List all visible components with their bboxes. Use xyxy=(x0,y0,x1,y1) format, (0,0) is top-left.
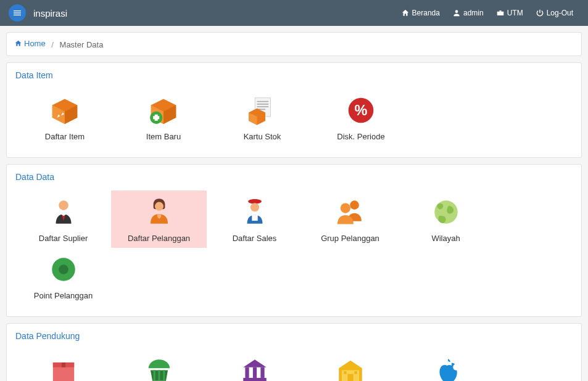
tile-daftar-item[interactable]: Daftar Item xyxy=(15,89,114,146)
power-icon xyxy=(536,9,544,17)
svg-rect-30 xyxy=(153,370,155,380)
hamburger-icon xyxy=(12,8,22,18)
nav-user[interactable]: admin xyxy=(446,9,490,17)
bank-icon xyxy=(210,354,299,381)
tile-label: Daftar Suplier xyxy=(19,234,107,243)
customer-icon xyxy=(115,195,203,229)
nav-logout-label: Log-Out xyxy=(547,9,573,17)
panel-data-data: Data Data Daftar Suplier Daftar Pelangga… xyxy=(6,164,582,317)
tile-daftar-suplier[interactable]: Daftar Suplier xyxy=(15,190,111,248)
svg-point-3 xyxy=(455,10,458,13)
svg-rect-8 xyxy=(153,116,159,119)
tile-wilayah[interactable]: Wilayah xyxy=(398,190,494,248)
group-icon xyxy=(306,195,394,229)
tile-label: Kartu Stok xyxy=(217,132,308,141)
tile-grup-pelanggan[interactable]: Grup Pelanggan xyxy=(302,190,398,248)
svg-rect-38 xyxy=(347,374,353,381)
nav-utm-label: UTM xyxy=(507,9,523,17)
home-icon xyxy=(14,39,22,47)
panel-title: Data Item xyxy=(15,70,573,80)
breadcrumb-home-label: Home xyxy=(24,39,46,48)
nav-logout[interactable]: Log-Out xyxy=(529,9,579,17)
svg-rect-36 xyxy=(243,378,267,381)
svg-rect-40 xyxy=(354,371,357,374)
business-person-icon xyxy=(19,195,107,229)
breadcrumb-home[interactable]: Home xyxy=(14,39,46,48)
tile-disk-periode[interactable]: % Disk. Periode xyxy=(312,89,410,146)
tile-label: Grup Pelanggan xyxy=(306,234,394,243)
svg-rect-2 xyxy=(14,15,21,15)
tile-data-gudang[interactable]: Data Gudang xyxy=(302,350,398,381)
svg-rect-5 xyxy=(499,10,502,12)
svg-rect-4 xyxy=(497,12,503,15)
panel-data-pendukung: Data Pendukung Data Satuan Data Jenis Da… xyxy=(6,323,582,381)
svg-point-16 xyxy=(59,200,68,210)
tile-label: Disk. Periode xyxy=(315,132,407,141)
svg-rect-1 xyxy=(14,12,21,13)
warehouse-icon xyxy=(306,354,394,381)
svg-text:%: % xyxy=(355,102,368,118)
svg-rect-10 xyxy=(257,101,269,102)
point-icon xyxy=(19,253,107,286)
home-icon xyxy=(401,9,410,17)
tile-point-pelanggan[interactable]: Point Pelanggan xyxy=(15,248,111,305)
svg-rect-35 xyxy=(260,367,264,378)
app-brand: inspirasi xyxy=(33,8,67,18)
breadcrumb-current: Master Data xyxy=(60,40,104,49)
tile-daftar-pelanggan[interactable]: Daftar Pelanggan xyxy=(111,190,207,248)
menu-button[interactable] xyxy=(9,4,26,22)
tile-daftar-sales[interactable]: Daftar Sales xyxy=(207,190,302,248)
tile-label: Point Pelanggan xyxy=(19,291,107,300)
tile-label: Daftar Sales xyxy=(210,234,299,243)
svg-rect-11 xyxy=(257,104,269,105)
percent-icon: % xyxy=(315,94,407,127)
tile-label: Wilayah xyxy=(402,234,490,243)
tile-data-jenis[interactable]: Data Jenis xyxy=(111,350,207,381)
svg-point-23 xyxy=(340,203,350,213)
svg-rect-29 xyxy=(61,363,65,367)
svg-point-22 xyxy=(350,200,359,210)
svg-rect-12 xyxy=(257,106,269,107)
nav-utm[interactable]: UTM xyxy=(490,9,529,17)
box-arrows-icon xyxy=(19,94,110,127)
svg-rect-31 xyxy=(158,370,160,380)
svg-rect-19 xyxy=(252,199,256,201)
svg-point-26 xyxy=(59,264,68,274)
nav-beranda[interactable]: Beranda xyxy=(395,9,446,17)
svg-rect-0 xyxy=(14,10,21,11)
svg-point-24 xyxy=(434,200,458,224)
svg-rect-39 xyxy=(344,371,347,374)
stock-card-icon xyxy=(217,94,308,127)
brand-apple-icon xyxy=(402,354,490,381)
tile-data-bank[interactable]: Data Bank xyxy=(207,350,302,381)
breadcrumb: Home / Master Data xyxy=(6,32,582,56)
svg-rect-33 xyxy=(245,367,249,378)
tile-data-satuan[interactable]: Data Satuan xyxy=(15,350,111,381)
panel-title: Data Pendukung xyxy=(15,331,573,341)
globe-icon xyxy=(402,195,490,229)
tile-data-merek[interactable]: Data Merek xyxy=(398,350,494,381)
sales-person-icon xyxy=(210,195,299,229)
breadcrumb-sep: / xyxy=(51,40,54,49)
tile-item-baru[interactable]: Item Baru xyxy=(114,89,213,146)
cupcake-icon xyxy=(115,354,203,381)
nav-beranda-label: Beranda xyxy=(412,9,440,17)
svg-point-20 xyxy=(250,203,259,211)
case-icon xyxy=(496,9,505,17)
panel-title: Data Data xyxy=(15,172,573,182)
tile-label: Item Baru xyxy=(118,132,209,141)
svg-point-17 xyxy=(154,202,163,211)
user-icon xyxy=(452,9,461,17)
box-plus-icon xyxy=(118,94,209,127)
tile-label: Daftar Item xyxy=(19,132,110,141)
unit-box-icon xyxy=(19,354,107,381)
tile-label: Daftar Pelanggan xyxy=(115,234,203,243)
svg-rect-32 xyxy=(163,370,165,380)
top-navbar: inspirasi Beranda admin UTM Log-Out xyxy=(0,0,588,26)
svg-rect-34 xyxy=(252,367,256,378)
panel-data-item: Data Item Daftar Item Item Baru Kartu St… xyxy=(6,62,582,158)
tile-kartu-stok[interactable]: Kartu Stok xyxy=(213,89,312,146)
svg-rect-21 xyxy=(252,215,257,221)
nav-user-label: admin xyxy=(463,9,484,17)
